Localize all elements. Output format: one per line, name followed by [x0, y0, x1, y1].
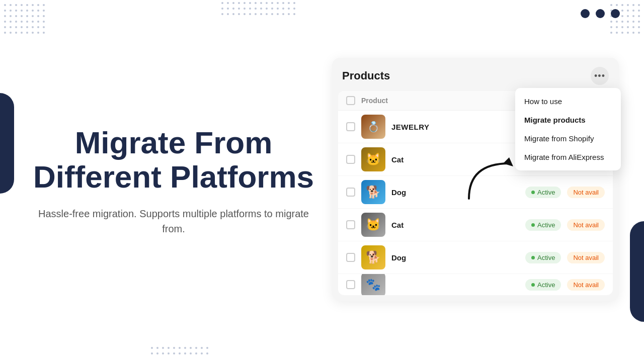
select-all-checkbox[interactable]: [346, 96, 355, 105]
status-badge: Active: [525, 252, 561, 263]
dropdown-menu: How to use Migrate products Migrate from…: [515, 88, 621, 170]
dropdown-item-migrate-shopify[interactable]: Migrate from Shopify: [515, 129, 621, 148]
arrow-decoration: [459, 148, 519, 209]
dots-top-right: [610, 4, 640, 34]
availability-badge: Not avail: [567, 219, 605, 231]
status-badge: Active: [525, 279, 561, 291]
product-thumbnail: 🐕: [361, 245, 385, 269]
product-name: Dog: [391, 253, 519, 262]
table-row: 🐾 Active Not avail: [338, 274, 613, 295]
dots-bottom-center: [151, 347, 208, 354]
product-thumbnail: 💍: [361, 115, 385, 139]
product-name: Cat: [391, 221, 519, 229]
product-thumbnail: 🐕: [361, 180, 385, 204]
panel-header: Products •••: [332, 58, 619, 91]
product-thumbnail: 🐱: [361, 147, 385, 171]
status-dot: [531, 283, 535, 287]
availability-badge: Not avail: [567, 187, 605, 198]
corner-right-decoration: [630, 221, 644, 322]
table-row: 🐕 Dog Active Not avail: [338, 241, 613, 274]
status-dot: [531, 191, 535, 194]
large-dots-decoration: [581, 9, 620, 18]
product-thumbnail: 🐾: [361, 274, 385, 295]
status-badge: Active: [525, 187, 561, 198]
main-heading: Migrate From Different Platforms: [30, 126, 317, 194]
dropdown-item-migrate-products[interactable]: Migrate products: [515, 111, 621, 129]
row-checkbox[interactable]: [346, 188, 355, 197]
table-row: 🐱 Cat Active Not avail: [338, 209, 613, 241]
dropdown-item-how-to-use[interactable]: How to use: [515, 92, 621, 111]
status-dot: [531, 223, 535, 227]
status-badge: Active: [525, 219, 561, 231]
status-dot: [531, 256, 535, 259]
product-column-header: Product: [361, 97, 388, 105]
panel-title: Products: [342, 69, 390, 82]
row-checkbox[interactable]: [346, 122, 355, 131]
availability-badge: Not avail: [567, 252, 605, 263]
more-options-button[interactable]: •••: [591, 67, 609, 85]
availability-badge: Not avail: [567, 279, 605, 291]
corner-left-decoration: [0, 93, 14, 194]
row-checkbox[interactable]: [346, 220, 355, 229]
dots-top-center: [221, 2, 295, 15]
svg-marker-0: [503, 157, 513, 166]
hero-section: Migrate From Different Platforms Hassle-…: [30, 126, 317, 236]
row-checkbox[interactable]: [346, 280, 355, 289]
sub-heading: Hassle-free migration. Supports multiple…: [30, 206, 317, 236]
dots-top-left: [4, 4, 45, 34]
row-checkbox[interactable]: [346, 155, 355, 164]
dropdown-item-migrate-aliexpress[interactable]: Migrate from AliExpress: [515, 148, 621, 166]
row-checkbox[interactable]: [346, 253, 355, 262]
product-thumbnail: 🐱: [361, 213, 385, 237]
